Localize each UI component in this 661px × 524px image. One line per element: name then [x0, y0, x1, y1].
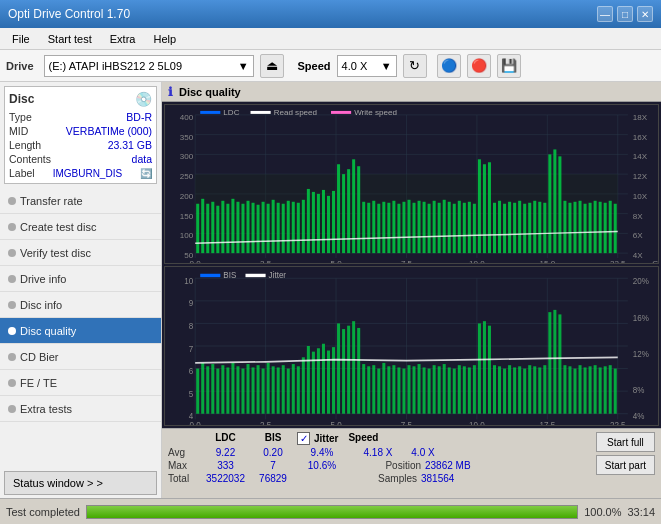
svg-rect-129: [331, 111, 351, 114]
minimize-btn[interactable]: —: [597, 6, 613, 22]
time-text: 33:14: [627, 506, 655, 518]
svg-rect-37: [297, 203, 300, 253]
svg-rect-30: [262, 202, 265, 253]
svg-rect-87: [548, 154, 551, 253]
svg-rect-216: [548, 312, 551, 414]
svg-text:22.5: 22.5: [610, 259, 626, 263]
start-full-btn[interactable]: Start full: [596, 432, 655, 452]
jitter-checkbox[interactable]: ✓: [297, 432, 310, 445]
disc-panel: Disc 💿 Type BD-R MID VERBATIMe (000) Len…: [4, 86, 157, 184]
svg-text:16X: 16X: [633, 133, 648, 142]
menu-start-test[interactable]: Start test: [40, 31, 100, 47]
menu-help[interactable]: Help: [145, 31, 184, 47]
disc-type-val: BD-R: [126, 111, 152, 123]
svg-text:6X: 6X: [633, 231, 644, 240]
disc-mid-key: MID: [9, 125, 28, 137]
svg-rect-161: [272, 366, 275, 413]
svg-rect-94: [584, 204, 587, 253]
position-label: Position: [351, 460, 421, 471]
svg-rect-125: [200, 111, 220, 114]
col-header-speed: Speed: [348, 432, 378, 445]
svg-rect-208: [508, 365, 511, 414]
svg-rect-203: [483, 321, 486, 414]
svg-rect-168: [307, 346, 310, 414]
svg-rect-151: [221, 365, 224, 414]
sidebar-item-create-test-disc[interactable]: Create test disc: [0, 214, 161, 240]
avg-label: Avg: [168, 447, 198, 458]
svg-rect-222: [579, 365, 582, 414]
start-part-btn[interactable]: Start part: [596, 455, 655, 475]
svg-text:Jitter: Jitter: [269, 270, 287, 281]
svg-rect-51: [367, 203, 370, 253]
svg-text:5.0: 5.0: [330, 420, 341, 425]
avg-ldc: 9.22: [198, 447, 253, 458]
svg-text:300: 300: [180, 152, 194, 161]
svg-rect-60: [413, 203, 416, 253]
save-btn[interactable]: 💾: [497, 54, 521, 78]
close-btn[interactable]: ✕: [637, 6, 653, 22]
svg-rect-69: [458, 201, 461, 253]
svg-rect-211: [523, 369, 526, 414]
refresh-btn[interactable]: ↻: [403, 54, 427, 78]
disc-label-key: Label: [9, 167, 35, 179]
eject-btn[interactable]: ⏏: [260, 54, 284, 78]
sidebar-item-disc-info[interactable]: Disc info: [0, 292, 161, 318]
svg-rect-54: [382, 202, 385, 253]
avg-speed2: 4.0 X: [403, 447, 443, 458]
col-header-bis: BIS: [253, 432, 293, 445]
sidebar-item-transfer-rate[interactable]: Transfer rate: [0, 188, 161, 214]
svg-text:18X: 18X: [633, 113, 648, 122]
svg-rect-65: [438, 203, 441, 253]
svg-rect-50: [362, 202, 365, 253]
sidebar-item-extra-tests[interactable]: Extra tests: [0, 396, 161, 422]
svg-rect-183: [382, 363, 385, 414]
disc-contents-val: data: [132, 153, 152, 165]
svg-rect-44: [332, 191, 335, 253]
svg-rect-179: [362, 364, 365, 414]
svg-rect-175: [342, 329, 345, 414]
svg-rect-195: [443, 364, 446, 414]
nav-label-disc-info: Disc info: [20, 299, 62, 311]
svg-rect-229: [614, 369, 617, 414]
sidebar-item-cd-bier[interactable]: CD Bier: [0, 344, 161, 370]
nav-label-verify-test-disc: Verify test disc: [20, 247, 91, 259]
settings-btn2[interactable]: 🔴: [467, 54, 491, 78]
maximize-btn[interactable]: □: [617, 6, 633, 22]
svg-rect-74: [483, 164, 486, 253]
toolbar: Drive (E:) ATAPI iHBS212 2 5L09 ▼ ⏏ Spee…: [0, 50, 661, 82]
disc-quality-title: Disc quality: [179, 86, 241, 98]
menu-file[interactable]: File: [4, 31, 38, 47]
svg-rect-154: [236, 366, 239, 413]
nav-dot: [8, 197, 16, 205]
svg-rect-27: [246, 201, 249, 253]
drive-select[interactable]: (E:) ATAPI iHBS212 2 5L09 ▼: [44, 55, 254, 77]
nav-label-disc-quality: Disc quality: [20, 325, 76, 337]
svg-rect-21: [216, 206, 219, 253]
svg-rect-200: [468, 367, 471, 413]
svg-rect-178: [357, 328, 360, 414]
disc-contents-key: Contents: [9, 153, 51, 165]
sidebar-item-fe-te[interactable]: FE / TE: [0, 370, 161, 396]
sidebar-item-drive-info[interactable]: Drive info: [0, 266, 161, 292]
menu-extra[interactable]: Extra: [102, 31, 144, 47]
main-area: Disc 💿 Type BD-R MID VERBATIMe (000) Len…: [0, 82, 661, 498]
status-window-btn[interactable]: Status window > >: [4, 471, 157, 495]
svg-text:10: 10: [184, 275, 193, 286]
svg-rect-20: [211, 202, 214, 253]
progress-bar-area: Test completed 100.0% 33:14: [0, 498, 661, 524]
speed-select[interactable]: 4.0 X ▼: [337, 55, 397, 77]
sidebar-item-verify-test-disc[interactable]: Verify test disc: [0, 240, 161, 266]
disc-type-key: Type: [9, 111, 32, 123]
sidebar-item-disc-quality[interactable]: Disc quality: [0, 318, 161, 344]
svg-rect-214: [538, 367, 541, 413]
svg-rect-68: [453, 204, 456, 253]
settings-btn1[interactable]: 🔵: [437, 54, 461, 78]
charts-container: 400 350 300 250 200 150 100 50 18X 16X 1…: [162, 102, 661, 428]
svg-text:8X: 8X: [633, 212, 644, 221]
svg-rect-55: [387, 203, 390, 253]
svg-rect-17: [196, 204, 199, 253]
max-bis: 7: [253, 460, 293, 471]
avg-jitter: 9.4%: [297, 447, 347, 458]
svg-rect-26: [241, 204, 244, 253]
svg-text:7.5: 7.5: [401, 420, 412, 425]
